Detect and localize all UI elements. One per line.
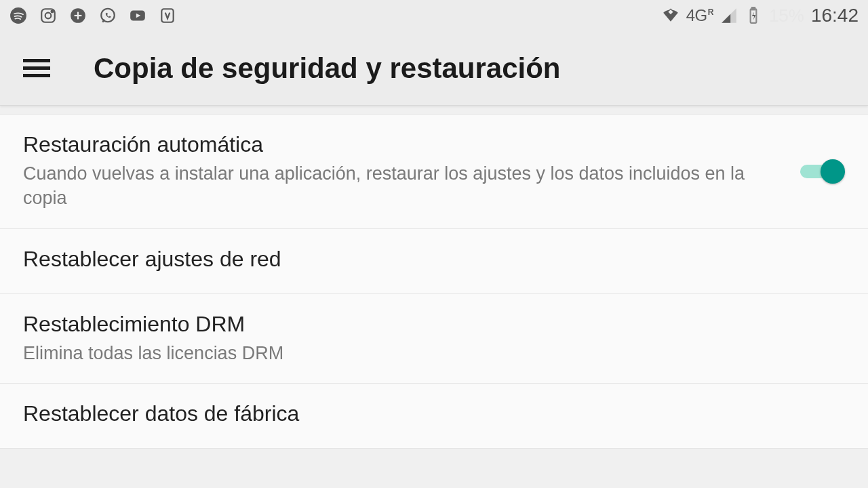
wifi-icon bbox=[662, 7, 679, 24]
row-drm-reset-text: Restablecimiento DRM Elimina todas las l… bbox=[23, 312, 845, 365]
battery-percent: 15% bbox=[769, 5, 804, 26]
row-drm-reset[interactable]: Restablecimiento DRM Elimina todas las l… bbox=[0, 294, 868, 384]
row-auto-restore-title: Restauración automática bbox=[23, 132, 773, 157]
row-auto-restore-subtitle: Cuando vuelvas a instalar una aplicación… bbox=[23, 161, 773, 211]
notification-dot-icon bbox=[69, 7, 87, 24]
row-factory-reset-title: Restablecer datos de fábrica bbox=[23, 401, 818, 426]
spotify-icon bbox=[9, 7, 27, 24]
app-bar: Copia de seguridad y restauración bbox=[0, 31, 868, 106]
row-drm-reset-title: Restablecimiento DRM bbox=[23, 312, 818, 337]
whatsapp-icon bbox=[99, 7, 117, 24]
auto-restore-toggle[interactable] bbox=[800, 159, 845, 184]
network-type-text: 4G bbox=[686, 7, 707, 24]
svg-rect-11 bbox=[752, 7, 755, 9]
row-auto-restore[interactable]: Restauración automática Cuando vuelvas a… bbox=[0, 115, 868, 229]
instagram-icon bbox=[39, 7, 57, 24]
youtube-icon bbox=[129, 7, 146, 24]
network-type-label: 4GR bbox=[686, 7, 713, 24]
battery-charging-icon bbox=[745, 7, 762, 24]
svg-point-3 bbox=[52, 11, 54, 13]
svg-point-2 bbox=[45, 13, 52, 19]
menu-icon[interactable] bbox=[23, 55, 50, 82]
settings-list: Restauración automática Cuando vuelvas a… bbox=[0, 114, 868, 449]
network-roaming-indicator: R bbox=[708, 8, 713, 16]
row-auto-restore-text: Restauración automática Cuando vuelvas a… bbox=[23, 132, 800, 211]
row-drm-reset-subtitle: Elimina todas las licencias DRM bbox=[23, 341, 818, 365]
signal-icon bbox=[720, 7, 738, 24]
row-reset-network-title: Restablecer ajustes de red bbox=[23, 247, 818, 272]
row-reset-network[interactable]: Restablecer ajustes de red bbox=[0, 229, 868, 294]
row-factory-reset-text: Restablecer datos de fábrica bbox=[23, 401, 845, 430]
page-title: Copia de seguridad y restauración bbox=[94, 52, 561, 85]
status-bar-left bbox=[9, 7, 176, 24]
status-bar-right: 4GR 15% 16:42 bbox=[662, 5, 859, 26]
app-card-icon bbox=[159, 7, 176, 24]
clock: 16:42 bbox=[811, 5, 859, 26]
svg-rect-6 bbox=[75, 15, 82, 16]
row-reset-network-text: Restablecer ajustes de red bbox=[23, 247, 845, 276]
row-factory-reset[interactable]: Restablecer datos de fábrica bbox=[0, 384, 868, 449]
status-bar: 4GR 15% 16:42 bbox=[0, 0, 868, 31]
